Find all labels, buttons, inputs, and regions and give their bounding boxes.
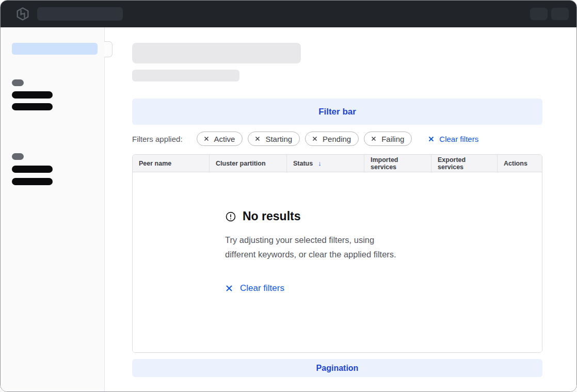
column-header-status[interactable]: Status ↓: [287, 155, 364, 172]
sidebar-section-heading: [12, 153, 24, 160]
sidebar-item[interactable]: [12, 166, 53, 173]
filter-bar-label: Filter bar: [318, 107, 356, 117]
sidebar-section-heading: [12, 79, 24, 86]
app-window: Filter bar Filters applied: Active Start…: [0, 0, 577, 392]
sidebar-item-active[interactable]: [12, 43, 98, 55]
column-header-exported-services: Exported services: [431, 155, 498, 172]
sidebar-item[interactable]: [12, 91, 53, 99]
remove-filter-x-icon[interactable]: [371, 136, 377, 142]
sidebar-toggle[interactable]: [104, 41, 113, 57]
column-header-imported-services: Imported services: [364, 155, 431, 172]
filter-pill-active[interactable]: Active: [197, 132, 243, 146]
filter-pill-pending[interactable]: Pending: [305, 132, 359, 146]
sidebar: [1, 27, 105, 392]
page-title-placeholder: [132, 43, 301, 63]
table-body: No results Try adjusting your selected f…: [133, 172, 542, 352]
peers-table: Peer name Cluster partition Status ↓ Imp…: [132, 154, 542, 353]
filter-pill-label: Pending: [323, 135, 351, 143]
filter-pill-starting[interactable]: Starting: [248, 132, 300, 146]
page-subtitle-placeholder: [132, 70, 239, 81]
column-header-cluster-partition: Cluster partition: [210, 155, 287, 172]
navbar-button-user[interactable]: [551, 8, 569, 20]
column-header-actions: Actions: [498, 155, 542, 172]
search-input[interactable]: [37, 7, 123, 21]
remove-filter-x-icon[interactable]: [203, 136, 210, 142]
top-navbar: [1, 1, 576, 27]
hashicorp-logo-icon[interactable]: [15, 7, 30, 21]
filter-pill-label: Active: [214, 135, 235, 143]
filters-applied-label: Filters applied:: [132, 135, 183, 143]
empty-state-clear-filters-label: Clear filters: [240, 283, 284, 293]
empty-state-title: No results: [243, 209, 300, 223]
remove-filter-x-icon[interactable]: [312, 136, 318, 142]
filter-pill-label: Failing: [381, 135, 404, 143]
empty-state-description: Try adjusting your selected filters, usi…: [225, 233, 447, 262]
alert-circle-icon: [225, 211, 236, 222]
clear-filters-label: Clear filters: [439, 135, 478, 143]
table-header-row: Peer name Cluster partition Status ↓ Imp…: [133, 155, 542, 172]
filter-pill-label: Starting: [265, 135, 292, 143]
filter-pill-failing[interactable]: Failing: [364, 132, 412, 146]
pagination-region: Pagination: [132, 359, 542, 377]
clear-filters-link[interactable]: Clear filters: [428, 135, 478, 143]
empty-state: No results Try adjusting your selected f…: [225, 172, 447, 295]
clear-filters-x-icon: [225, 284, 233, 292]
sidebar-item[interactable]: [12, 103, 53, 110]
navbar-button-help[interactable]: [530, 8, 548, 20]
filter-bar-region: Filter bar: [132, 99, 542, 125]
pagination-label: Pagination: [316, 364, 359, 373]
sidebar-item[interactable]: [12, 178, 53, 185]
clear-filters-x-icon: [428, 136, 435, 142]
sort-descending-icon[interactable]: ↓: [318, 159, 322, 167]
applied-filters-row: Filters applied: Active Starting: [132, 132, 542, 146]
empty-state-clear-filters-link[interactable]: Clear filters: [225, 283, 284, 293]
main-content: Filter bar Filters applied: Active Start…: [105, 27, 576, 392]
remove-filter-x-icon[interactable]: [254, 136, 261, 142]
column-header-peer-name: Peer name: [133, 155, 210, 172]
